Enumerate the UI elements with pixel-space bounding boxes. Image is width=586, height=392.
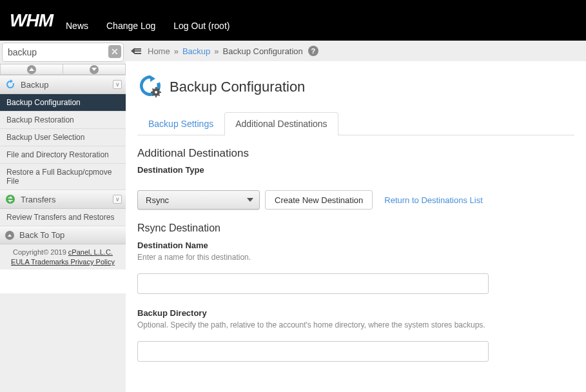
header-nav: News Change Log Log Out (root)	[66, 21, 230, 31]
nav-changelog[interactable]: Change Log	[106, 21, 155, 31]
nav-news[interactable]: News	[66, 21, 88, 31]
top-header: WHM News Change Log Log Out (root)	[0, 0, 586, 41]
nav-logout[interactable]: Log Out (root)	[173, 21, 230, 31]
whm-logo[interactable]: WHM	[10, 10, 53, 31]
